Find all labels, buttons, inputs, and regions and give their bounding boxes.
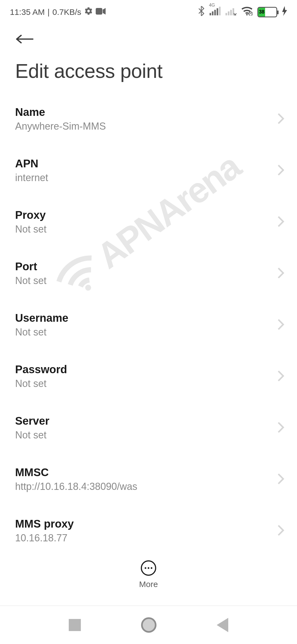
row-value: Not set [15, 223, 277, 235]
signal-nosim-icon [226, 7, 237, 17]
svg-rect-5 [219, 7, 221, 15]
row-apn[interactable]: APN internet [0, 145, 297, 196]
row-label: MMS proxy [15, 518, 277, 530]
svg-rect-9 [233, 8, 234, 15]
more-icon [141, 560, 156, 576]
chevron-right-icon [277, 318, 285, 332]
row-label: MMSC [15, 466, 277, 479]
row-label: Password [15, 363, 277, 376]
battery-pct: 38 [258, 8, 265, 17]
row-label: APN [15, 157, 277, 170]
page-title: Edit access point [0, 49, 297, 93]
row-label: Server [15, 415, 277, 427]
row-value: Not set [15, 275, 277, 286]
chevron-right-icon [277, 164, 285, 177]
charging-icon [282, 6, 287, 18]
status-right: 4G 38 [198, 6, 287, 18]
svg-rect-7 [228, 11, 230, 15]
svg-rect-1 [210, 13, 211, 15]
gear-icon [84, 7, 93, 17]
signal-4g-icon: 4G [210, 7, 221, 17]
bluetooth-icon [198, 6, 205, 18]
back-button[interactable] [15, 29, 34, 49]
chevron-right-icon [277, 267, 285, 280]
row-value: 10.16.18.77 [15, 532, 277, 544]
chevron-right-icon [277, 113, 285, 126]
row-value: Not set [15, 429, 277, 441]
row-label: Port [15, 260, 277, 273]
android-nav-bar [0, 605, 297, 644]
chevron-right-icon [277, 473, 285, 486]
status-speed: 0.7KB/s [53, 7, 81, 17]
row-username[interactable]: Username Not set [0, 299, 297, 351]
nav-back-button[interactable] [217, 618, 228, 632]
svg-point-10 [246, 14, 248, 15]
row-proxy[interactable]: Proxy Not set [0, 196, 297, 248]
row-label: Name [15, 106, 277, 118]
status-time: 11:35 AM [10, 7, 45, 17]
svg-point-11 [249, 12, 252, 15]
row-label: Proxy [15, 209, 277, 221]
chevron-right-icon [277, 370, 285, 383]
chevron-right-icon [277, 524, 285, 537]
camera-icon [96, 7, 106, 17]
settings-list: Name Anywhere-Sim-MMS APN internet Proxy… [0, 93, 297, 556]
row-port[interactable]: Port Not set [0, 248, 297, 299]
svg-rect-2 [212, 11, 214, 15]
row-value: Not set [15, 326, 277, 338]
more-menu[interactable]: More [0, 552, 297, 598]
svg-rect-8 [230, 10, 232, 15]
row-server[interactable]: Server Not set [0, 402, 297, 454]
row-name[interactable]: Name Anywhere-Sim-MMS [0, 93, 297, 145]
wifi-icon [241, 7, 252, 17]
row-value: internet [15, 172, 277, 184]
row-label: Username [15, 312, 277, 324]
header [0, 21, 297, 49]
svg-rect-6 [226, 13, 227, 15]
row-mmsc[interactable]: MMSC http://10.16.18.4:38090/was [0, 454, 297, 505]
chevron-right-icon [277, 421, 285, 435]
chevron-right-icon [277, 215, 285, 229]
row-mms-proxy[interactable]: MMS proxy 10.16.18.77 [0, 505, 297, 556]
status-sep: | [48, 7, 50, 17]
svg-rect-4 [217, 8, 218, 15]
row-value: http://10.16.18.4:38090/was [15, 481, 277, 492]
battery-icon: 38 [257, 7, 277, 17]
nav-home-button[interactable] [141, 617, 156, 633]
status-left: 11:35 AM | 0.7KB/s [10, 7, 106, 17]
row-value: Anywhere-Sim-MMS [15, 121, 277, 132]
row-password[interactable]: Password Not set [0, 351, 297, 402]
svg-rect-0 [96, 8, 102, 15]
nav-recents-button[interactable] [69, 619, 81, 631]
row-value: Not set [15, 378, 277, 389]
svg-rect-3 [214, 10, 216, 15]
more-label: More [139, 580, 158, 589]
status-bar: 11:35 AM | 0.7KB/s 4G 38 [0, 0, 297, 21]
